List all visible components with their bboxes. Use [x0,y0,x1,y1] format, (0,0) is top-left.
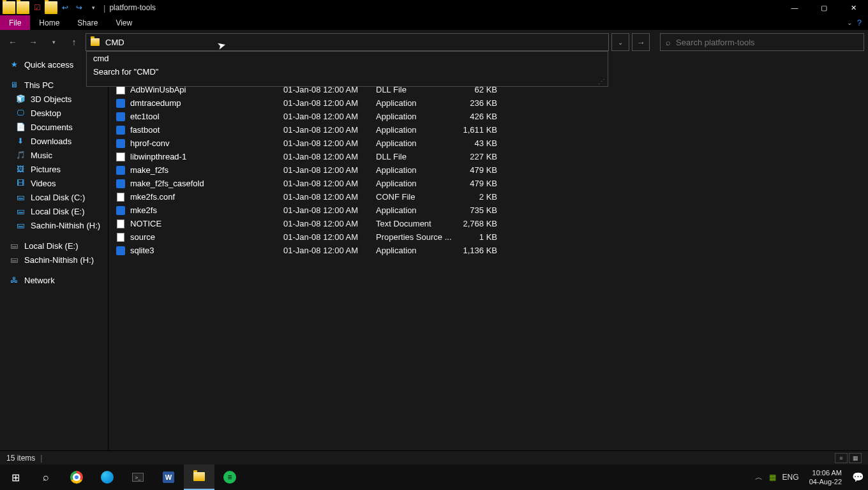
file-row[interactable]: source 01-Jan-08 12:00 AM Properties Sou… [108,230,868,244]
file-row[interactable]: NOTICE 01-Jan-08 12:00 AM Text Document … [108,217,868,230]
sidebar-item[interactable]: 🎞Videos [0,176,108,190]
taskbar-search-button[interactable]: ⌕ [31,464,61,490]
address-input[interactable] [101,34,608,50]
address-bar[interactable]: cmd Search for "CMD" ⋰ [86,33,609,51]
file-type: CONF File [376,192,453,202]
ribbon-expand-icon[interactable]: ⌄ [847,19,852,26]
file-icon [115,112,126,121]
taskbar-app-edge[interactable] [92,464,123,490]
sidebar-item[interactable]: 🖼Pictures [0,162,108,176]
qat-dropdown-icon[interactable]: ▾ [87,1,100,14]
taskbar-app-chrome[interactable] [61,464,92,490]
tab-share[interactable]: Share [68,15,107,30]
file-row[interactable]: mke2fs.conf 01-Jan-08 12:00 AM CONF File… [108,190,868,204]
file-type: Properties Source ... [376,232,453,242]
quick-access-toolbar: ☑ ↩ ↪ ▾ [0,1,100,14]
file-name: libwinpthread-1 [130,152,283,161]
file-row[interactable]: etc1tool 01-Jan-08 12:00 AM Application … [108,110,868,123]
tray-nvidia-icon[interactable]: ▦ [769,473,776,482]
start-button[interactable]: ⊞ [0,464,31,490]
sidebar-item[interactable]: 🖴Sachin-Nithish (H:) [0,218,108,232]
file-type: Application [376,98,453,108]
file-icon [115,152,126,161]
file-size: 1,611 KB [453,125,497,135]
file-size: 2 KB [453,192,497,202]
file-date: 01-Jan-08 12:00 AM [283,138,376,148]
up-button[interactable]: ↑ [65,33,83,51]
sidebar-item-network[interactable]: 🖧 Network [0,273,108,287]
address-row: ← → ▾ ↑ cmd Search for "CMD" ⋰ ⌄ → ⌕ [0,31,868,54]
file-type: Application [376,112,453,121]
pc-icon: 🖥 [9,80,19,90]
file-type: Application [376,138,453,148]
file-icon [115,219,126,228]
tray-clock[interactable]: 10:06 AM 04-Aug-22 [805,468,846,486]
search-icon: ⌕ [666,38,671,47]
tab-home[interactable]: Home [30,15,68,30]
file-date: 01-Jan-08 12:00 AM [283,179,376,188]
file-size: 479 KB [453,179,497,188]
tab-view[interactable]: View [107,15,141,30]
maximize-button[interactable]: ▢ [809,0,839,15]
close-button[interactable]: ✕ [839,0,868,15]
sidebar-item[interactable]: 🖴Sachin-Nithish (H:) [0,253,108,267]
file-type: Application [376,165,453,175]
recent-dropdown-icon[interactable]: ▾ [45,33,63,51]
properties-icon[interactable]: ☑ [31,1,43,14]
sidebar-item[interactable]: ⬇Downloads [0,134,108,148]
window-title: platform-tools [109,3,156,12]
view-details-button[interactable]: ≡ [835,453,848,463]
resize-grip-icon[interactable]: ⋰ [87,78,608,86]
file-list[interactable]: adb 01-Jan-08 12:00 AM Application 5,645… [108,54,868,450]
file-size: 2,768 KB [453,219,497,228]
undo-icon[interactable]: ↩ [59,1,71,14]
sidebar-item-label: Sachin-Nithish (H:) [31,221,100,230]
back-button[interactable]: ← [4,33,22,51]
taskbar-app-spotify[interactable]: ≡ [214,464,245,490]
file-size: 735 KB [453,205,497,215]
redo-icon[interactable]: ↪ [73,1,86,14]
file-row[interactable]: sqlite3 01-Jan-08 12:00 AM Application 1… [108,244,868,257]
sidebar-item[interactable]: 🎵Music [0,148,108,162]
taskbar-app-word[interactable]: W [153,464,184,490]
tray-overflow-icon[interactable]: ︿ [755,472,763,483]
notifications-icon[interactable]: 💬 [852,471,864,483]
tray-language[interactable]: ENG [782,473,799,482]
go-button[interactable]: → [632,33,650,51]
sidebar-item[interactable]: 🖵Desktop [0,106,108,120]
file-row[interactable]: fastboot 01-Jan-08 12:00 AM Application … [108,123,868,137]
suggest-item[interactable]: Search for "CMD" [87,65,608,78]
file-row[interactable]: libwinpthread-1 01-Jan-08 12:00 AM DLL F… [108,150,868,163]
file-row[interactable]: hprof-conv 01-Jan-08 12:00 AM Applicatio… [108,137,868,150]
view-large-button[interactable]: ▦ [849,453,862,463]
sidebar-item[interactable]: 🖴Local Disk (E:) [0,204,108,218]
sidebar-item-label: Sachin-Nithish (H:) [24,255,94,265]
file-name: NOTICE [130,219,283,228]
folder-icon [45,1,57,14]
search-input[interactable] [676,38,858,47]
file-row[interactable]: make_f2fs_casefold 01-Jan-08 12:00 AM Ap… [108,177,868,190]
file-size: 426 KB [453,112,497,121]
sidebar-item[interactable]: 🖴Local Disk (E:) [0,239,108,253]
minimize-button[interactable]: — [780,0,809,15]
tab-file[interactable]: File [0,15,30,30]
taskbar-app-cmd[interactable]: >_ [123,464,153,490]
sidebar-item[interactable]: 🖴Local Disk (C:) [0,190,108,204]
address-history-dropdown[interactable]: ⌄ [611,33,629,51]
file-row[interactable]: make_f2fs 01-Jan-08 12:00 AM Application… [108,163,868,177]
folder-icon [3,1,15,14]
sidebar-item-label: Pictures [31,165,61,174]
search-box[interactable]: ⌕ [660,33,864,51]
file-row[interactable]: dmtracedump 01-Jan-08 12:00 AM Applicati… [108,96,868,110]
sidebar-item-label: 3D Objects [31,94,71,104]
help-icon[interactable]: ? [857,18,862,27]
file-date: 01-Jan-08 12:00 AM [283,192,376,202]
file-row[interactable]: mke2fs 01-Jan-08 12:00 AM Application 73… [108,204,868,217]
taskbar-app-explorer[interactable] [184,464,214,490]
suggest-item[interactable]: cmd [87,52,608,65]
sidebar-item[interactable]: 📄Documents [0,120,108,134]
nav-icon: 🎞 [15,178,26,188]
folder-icon [17,1,29,14]
sidebar-item[interactable]: 🧊3D Objects [0,92,108,106]
forward-button[interactable]: → [24,33,42,51]
